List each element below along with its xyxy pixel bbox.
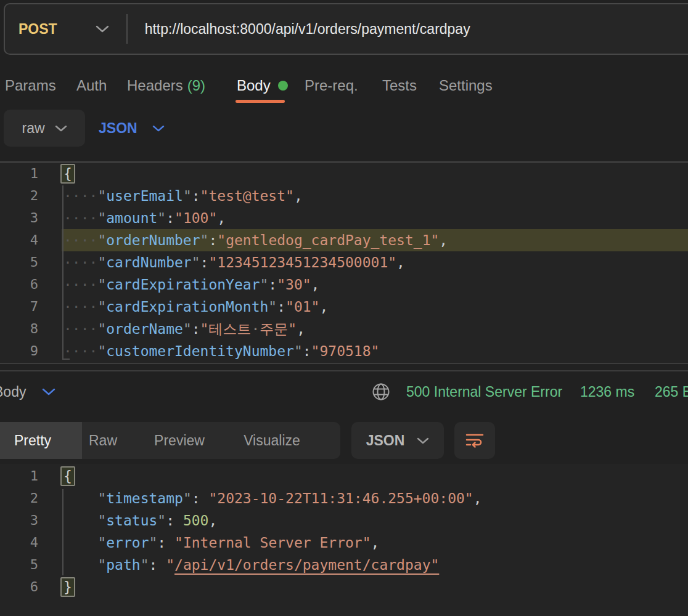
- code-line-text: ····"userEmail":"test@test",: [62, 185, 688, 207]
- code-token: ,: [371, 535, 380, 551]
- code-token: /api/v1/orders/payment/cardpay": [174, 557, 439, 573]
- indent-guide: [62, 359, 70, 360]
- chevron-down-icon: [42, 388, 55, 395]
- code-token: 500: [183, 513, 209, 529]
- code-token: :: [277, 299, 285, 315]
- chevron-down-icon: [417, 437, 429, 444]
- code-line-text: }: [62, 576, 688, 598]
- tab-body[interactable]: Body: [237, 69, 288, 102]
- code-token: [63, 490, 97, 506]
- response-body-viewer[interactable]: 1{2 "timestamp": "2023-10-22T11:31:46.25…: [0, 464, 688, 616]
- code-token: :: [192, 321, 200, 337]
- response-format-dropdown[interactable]: JSON: [351, 422, 444, 459]
- body-type-dropdown[interactable]: raw: [4, 110, 85, 147]
- code-line-text: "status": 500,: [62, 509, 688, 532]
- tab-pre-req[interactable]: Pre-req.: [305, 69, 358, 102]
- code-line-text: ····"customerIdentityNumber":"970518": [62, 340, 688, 362]
- code-token: ": [97, 321, 106, 337]
- code-line: 8····"orderName":"테스트·주문",: [0, 318, 688, 340]
- code-line: 5····"cardNumber":"12345123451234500001"…: [0, 251, 688, 274]
- code-line: 2 "timestamp": "2023-10-22T11:31:46.255+…: [0, 487, 688, 509]
- code-token: ": [97, 299, 106, 315]
- method-selector[interactable]: POST: [5, 21, 57, 38]
- code-token: error: [106, 535, 149, 551]
- code-token: ····: [63, 277, 97, 293]
- code-line: 9····"customerIdentityNumber":"970518": [0, 340, 688, 362]
- code-token: path: [106, 557, 140, 573]
- line-number: 9: [0, 340, 62, 362]
- body-format-dropdown[interactable]: JSON: [99, 110, 165, 147]
- request-body-editor[interactable]: 1{2····"userEmail":"test@test",3····"amo…: [0, 163, 688, 363]
- code-line: 4····"orderNumber":"gentledog_cardPay_te…: [0, 229, 688, 251]
- code-token: amount: [106, 210, 157, 226]
- code-token: 주문": [260, 321, 297, 337]
- code-token: ": [97, 513, 106, 529]
- code-token: ": [157, 210, 166, 226]
- code-token: ": [166, 557, 174, 573]
- code-line-text: ····"cardExpirationYear":"30",: [62, 274, 688, 296]
- divider: [0, 363, 688, 364]
- code-token: ,: [439, 232, 448, 248]
- code-token: userEmail: [106, 188, 183, 204]
- code-token: ": [192, 254, 200, 270]
- code-token: "gentledog_cardPay_test_1": [217, 232, 439, 248]
- code-token: ····: [63, 210, 97, 226]
- code-token: [63, 535, 97, 551]
- response-body-dropdown[interactable]: Body: [0, 371, 55, 412]
- tab-auth[interactable]: Auth: [76, 69, 107, 102]
- code-line-text: {: [62, 163, 688, 185]
- code-token: ·: [251, 321, 260, 337]
- line-number: 5: [0, 251, 62, 274]
- code-token: ": [200, 232, 209, 248]
- code-token: ····: [63, 232, 97, 248]
- line-number: 6: [0, 576, 62, 598]
- code-line-text: "path": "/api/v1/orders/payment/cardpay": [62, 554, 688, 576]
- code-token: timestamp: [106, 490, 183, 506]
- request-tabs: Params Auth Headers(9) Body Pre-req. Tes…: [0, 69, 688, 102]
- url-input[interactable]: http://localhost:8000/api/v1/orders/paym…: [128, 21, 470, 38]
- line-number: 4: [0, 532, 62, 554]
- line-number: 2: [0, 487, 62, 509]
- tab-pretty[interactable]: Pretty: [14, 422, 51, 459]
- code-token: status: [106, 513, 157, 529]
- code-token: ,: [311, 277, 320, 293]
- tab-visualize[interactable]: Visualize: [244, 422, 300, 459]
- code-token: ,: [473, 490, 482, 506]
- code-token: ": [97, 343, 106, 359]
- code-token: {: [60, 466, 75, 486]
- line-number: 3: [0, 509, 62, 532]
- network-globe-icon: [372, 383, 390, 401]
- request-code: 1{2····"userEmail":"test@test",3····"amo…: [0, 163, 688, 362]
- line-number: 5: [0, 554, 62, 576]
- code-line-text: "timestamp": "2023-10-22T11:31:46.255+00…: [62, 487, 688, 509]
- tab-raw[interactable]: Raw: [89, 422, 117, 459]
- code-token: {: [60, 164, 75, 184]
- code-token: ": [149, 535, 158, 551]
- code-line: 3····"amount":"100",: [0, 207, 688, 229]
- code-token: :: [166, 210, 174, 226]
- active-tab-underline: [235, 100, 285, 103]
- code-line-text: ····"orderNumber":"gentledog_cardPay_tes…: [62, 229, 688, 251]
- code-token: :: [192, 490, 209, 506]
- code-token: ,: [319, 299, 328, 315]
- code-token: ,: [217, 210, 226, 226]
- code-token: ": [97, 188, 106, 204]
- line-number: 3: [0, 207, 62, 229]
- indent-guide: [62, 185, 63, 360]
- response-code: 1{2 "timestamp": "2023-10-22T11:31:46.25…: [0, 465, 688, 598]
- tab-params[interactable]: Params: [5, 69, 56, 102]
- tab-headers[interactable]: Headers(9): [127, 69, 205, 102]
- line-number: 6: [0, 274, 62, 296]
- code-token: ": [97, 277, 106, 293]
- tab-preview[interactable]: Preview: [154, 422, 205, 459]
- headers-count-badge: (9): [187, 77, 205, 94]
- tab-settings[interactable]: Settings: [439, 69, 493, 102]
- code-token: "30": [277, 277, 311, 293]
- tab-tests[interactable]: Tests: [382, 69, 417, 102]
- code-token: ": [97, 232, 106, 248]
- chevron-down-icon[interactable]: [96, 25, 109, 33]
- code-token: cardExpirationYear: [106, 277, 260, 293]
- code-token: ": [183, 321, 192, 337]
- wrap-text-button[interactable]: [454, 422, 495, 459]
- code-line: 5 "path": "/api/v1/orders/payment/cardpa…: [0, 554, 688, 576]
